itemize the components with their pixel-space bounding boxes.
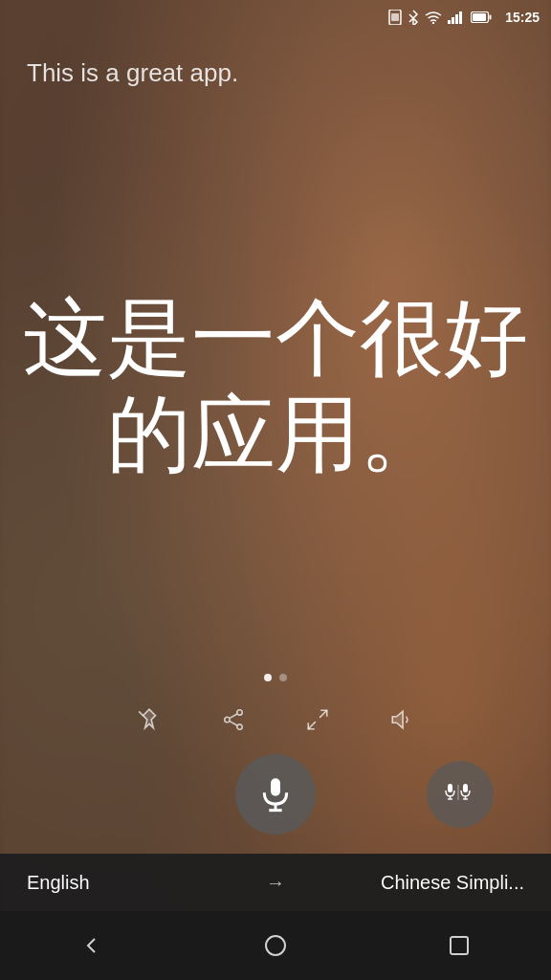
svg-rect-3: [448, 20, 451, 24]
pin-button[interactable]: [134, 704, 165, 735]
nav-bar: [0, 911, 551, 980]
share-button[interactable]: [218, 704, 249, 735]
dual-microphone-icon: [445, 779, 475, 810]
mic-button-main[interactable]: [235, 754, 316, 835]
pin-icon: [137, 707, 162, 732]
home-icon: [264, 934, 287, 957]
target-language[interactable]: Chinese Simpli...: [300, 872, 524, 894]
svg-rect-8: [490, 15, 492, 20]
svg-rect-30: [451, 937, 468, 954]
dot-1: [264, 674, 272, 681]
mic-row: [0, 754, 551, 854]
source-language[interactable]: English: [27, 872, 251, 894]
back-icon: [80, 934, 103, 957]
svg-point-2: [432, 22, 434, 24]
svg-rect-22: [448, 784, 452, 792]
translation-text: 这是一个很好的应用。: [0, 105, 551, 666]
svg-line-16: [320, 710, 327, 718]
mic-button-dual[interactable]: [427, 761, 494, 828]
clock: 15:25: [505, 10, 540, 25]
language-bar: English → Chinese Simpli...: [0, 854, 551, 911]
bluetooth-icon: [408, 10, 419, 25]
volume-icon: [389, 707, 414, 732]
svg-marker-18: [392, 711, 403, 727]
svg-line-15: [230, 722, 237, 725]
expand-button[interactable]: [302, 704, 333, 735]
battery-icon: [471, 11, 492, 23]
svg-point-29: [266, 936, 285, 955]
wifi-icon: [425, 11, 442, 24]
svg-line-10: [139, 711, 143, 715]
status-bar: 15:25: [0, 0, 551, 34]
svg-rect-5: [455, 14, 458, 24]
source-text: This is a great app.: [0, 34, 551, 105]
svg-point-12: [225, 717, 230, 722]
action-icons: [0, 697, 551, 754]
svg-line-17: [308, 722, 316, 729]
dot-2: [279, 674, 287, 681]
volume-button[interactable]: [386, 704, 417, 735]
expand-icon: [305, 707, 330, 732]
sim-icon: [388, 10, 402, 25]
recents-button[interactable]: [430, 917, 488, 974]
svg-rect-19: [271, 778, 280, 795]
svg-point-13: [237, 724, 242, 729]
svg-rect-4: [452, 17, 454, 24]
language-arrow: →: [251, 872, 300, 894]
dots-indicator: [0, 666, 551, 697]
svg-rect-25: [463, 784, 468, 792]
svg-line-14: [230, 714, 237, 718]
microphone-icon: [256, 775, 295, 813]
svg-rect-6: [459, 11, 462, 24]
home-button[interactable]: [247, 917, 304, 974]
status-icons: 15:25: [388, 10, 540, 25]
recents-icon: [449, 935, 470, 956]
signal-icon: [448, 11, 465, 24]
main-content: This is a great app. 这是一个很好的应用。: [0, 34, 551, 854]
svg-rect-1: [391, 13, 399, 21]
svg-point-11: [237, 710, 242, 715]
back-button[interactable]: [63, 917, 121, 974]
share-icon: [221, 707, 246, 732]
svg-rect-9: [473, 13, 486, 21]
